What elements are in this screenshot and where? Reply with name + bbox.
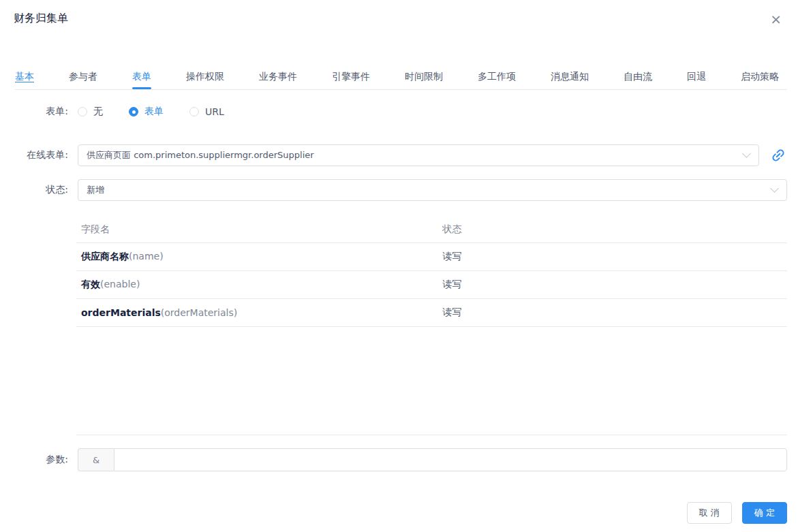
field-status-cell: 读写 (442, 251, 787, 263)
online-form-label: 在线表单: (0, 149, 68, 161)
page-title: 财务归集单 (14, 11, 68, 26)
fields-table: 字段名 状态 供应商名称(name)读写有效(enable)读写orderMat… (76, 216, 787, 435)
radio-label: 无 (93, 106, 103, 118)
close-icon[interactable]: × (766, 11, 786, 27)
modal-header: 财务归集单 × (0, 0, 798, 27)
tab-item[interactable]: 业务事件 (259, 72, 297, 81)
radio-option[interactable]: 无 (78, 106, 103, 118)
tab-bar: 基本参与者表单操作权限业务事件引擎事件时间限制多工作项消息通知自由流回退启动策略 (15, 72, 787, 90)
link-icon[interactable] (769, 146, 787, 164)
online-form-row: 在线表单: 供应商页面 com.primeton.suppliermgr.ord… (0, 144, 787, 166)
tab-item[interactable]: 基本 (15, 72, 34, 81)
tab-item[interactable]: 启动策略 (741, 72, 779, 81)
modal-footer: 取 消 确 定 (0, 502, 787, 524)
field-name-cell: 供应商名称(name) (76, 251, 442, 263)
status-value: 新增 (87, 184, 104, 196)
table-row: orderMaterials(orderMaterials)读写 (76, 299, 787, 327)
table-row: 有效(enable)读写 (76, 271, 787, 299)
tab-item[interactable]: 消息通知 (551, 72, 589, 81)
field-status-cell: 读写 (442, 307, 787, 319)
tab-item[interactable]: 参与者 (69, 72, 97, 81)
confirm-button[interactable]: 确 定 (742, 502, 787, 524)
tab-item[interactable]: 回退 (687, 72, 706, 81)
radio-icon (78, 107, 87, 116)
radio-icon (129, 107, 138, 116)
params-input-group: & (78, 448, 787, 471)
field-status-cell: 读写 (442, 279, 787, 291)
status-label: 状态: (0, 184, 68, 196)
tab-item[interactable]: 引擎事件 (332, 72, 370, 81)
form-type-row: 表单: 无表单URL (0, 105, 787, 119)
tab-item[interactable]: 时间限制 (405, 72, 443, 81)
column-header-status: 状态 (442, 223, 787, 236)
chevron-down-icon (770, 184, 779, 193)
params-input[interactable] (114, 448, 787, 471)
form-type-label: 表单: (0, 106, 68, 118)
params-prefix-addon: & (78, 448, 114, 471)
chevron-down-icon (742, 149, 751, 158)
field-name-cell: orderMaterials(orderMaterials) (76, 307, 442, 318)
online-form-value: 供应商页面 com.primeton.suppliermgr.orderSupp… (87, 149, 314, 161)
tab-item[interactable]: 表单 (132, 72, 151, 81)
status-select[interactable]: 新增 (78, 179, 787, 201)
radio-label: URL (205, 106, 224, 117)
radio-option[interactable]: 表单 (129, 106, 164, 118)
radio-label: 表单 (144, 106, 164, 118)
params-label: 参数: (0, 454, 68, 466)
tab-item[interactable]: 操作权限 (186, 72, 224, 81)
tab-item[interactable]: 自由流 (624, 72, 652, 81)
field-name-cell: 有效(enable) (76, 279, 442, 291)
online-form-select[interactable]: 供应商页面 com.primeton.suppliermgr.orderSupp… (78, 144, 759, 166)
radio-icon (189, 107, 199, 116)
tab-item[interactable]: 多工作项 (478, 72, 516, 81)
table-header-row: 字段名 状态 (76, 216, 787, 243)
form-type-radio-group: 无表单URL (78, 106, 787, 118)
cancel-button[interactable]: 取 消 (687, 502, 732, 524)
params-row: 参数: & (0, 448, 787, 471)
column-header-field: 字段名 (76, 223, 442, 236)
table-row: 供应商名称(name)读写 (76, 243, 787, 271)
status-row: 状态: 新增 (0, 179, 787, 201)
radio-option[interactable]: URL (189, 106, 224, 117)
